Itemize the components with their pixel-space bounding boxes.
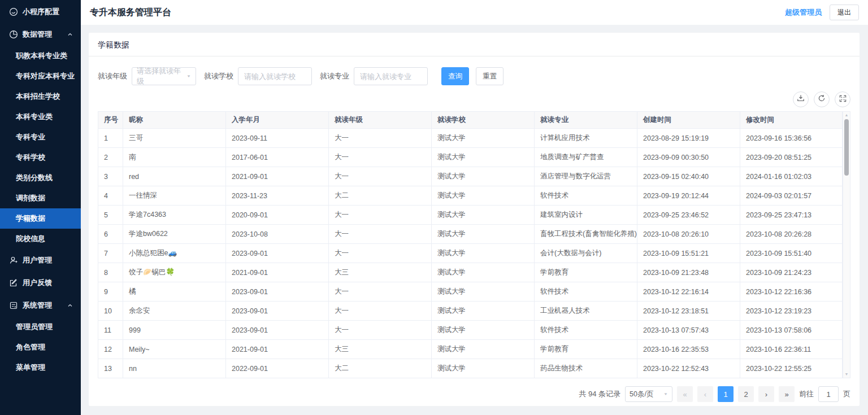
sidebar-item-undergrad-major-category[interactable]: 本科专业类: [0, 107, 81, 127]
scroll-down-icon[interactable]: ▼: [843, 372, 850, 377]
topbar: 专升本服务管理平台 超级管理员 退出: [81, 0, 868, 25]
cell-enroll-date: 2023-09-11: [226, 129, 329, 148]
cell-grade: 大一: [329, 282, 432, 302]
cell-school: 测试大学: [432, 148, 535, 167]
cell-nickname: 饺子🥟锅巴🍀: [123, 263, 226, 282]
sidebar-item-label: 本科招生学校: [16, 91, 60, 102]
prev-page-button[interactable]: ‹: [697, 386, 713, 402]
last-page-button[interactable]: »: [779, 386, 795, 402]
cell-enroll-date: 2023-09-01: [226, 244, 329, 263]
school-label: 就读学校: [204, 71, 233, 81]
sidebar-item-college-major[interactable]: 专科专业: [0, 127, 81, 147]
cell-index: 5: [98, 206, 123, 225]
column-header-created-at: 创建时间: [637, 112, 740, 129]
cell-major: 计算机应用技术: [535, 129, 637, 148]
sidebar-item-vocational-undergrad-major-category[interactable]: 职教本科专业类: [0, 46, 81, 66]
sidebar-item-label: 小程序配置: [23, 7, 59, 17]
cell-enroll-date: 2020-09-01: [226, 206, 329, 225]
reset-button[interactable]: 重置: [476, 67, 504, 85]
cell-updated-at: 2023-09-25 23:47:13: [740, 206, 843, 225]
student-table: 序号昵称入学年月就读年级就读学校就读专业创建时间修改时间 1三哥2023-09-…: [98, 111, 843, 378]
sidebar-item-role-management[interactable]: 角色管理: [0, 337, 81, 357]
next-page-button[interactable]: ›: [758, 386, 774, 402]
cell-major: 工业机器人技术: [535, 302, 637, 321]
cell-major: 软件技术: [535, 321, 637, 340]
sidebar-item-college-school[interactable]: 专科学校: [0, 147, 81, 168]
cell-index: 6: [98, 225, 123, 244]
cell-school: 测试大学: [432, 244, 535, 263]
cell-grade: 大一: [329, 302, 432, 321]
table-toolbar: [98, 91, 850, 107]
sidebar-item-system-management[interactable]: 系统管理: [0, 294, 81, 317]
cell-grade: 大一: [329, 206, 432, 225]
scroll-up-icon[interactable]: ▲: [843, 112, 850, 118]
cell-created-at: 2023-09-09 00:30:50: [637, 148, 740, 167]
cell-nickname: 橘: [123, 282, 226, 302]
sidebar-item-user-management[interactable]: 用户管理: [0, 249, 81, 272]
sidebar-item-user-feedback[interactable]: 用户反馈: [0, 272, 81, 294]
cell-major: 学前教育: [535, 340, 637, 359]
cell-enroll-date: 2023-09-01: [226, 302, 329, 321]
fullscreen-button[interactable]: [835, 91, 850, 107]
table-row: 12Meily~2021-09-01大三测试大学学前教育2023-10-16 2…: [98, 340, 843, 359]
search-button[interactable]: 查询: [441, 67, 469, 85]
cell-index: 1: [98, 129, 123, 148]
sidebar-item-undergrad-admission-school[interactable]: 本科招生学校: [0, 86, 81, 107]
page-number-button[interactable]: 1: [718, 386, 734, 402]
goto-label: 前往: [799, 389, 814, 399]
page-size-select[interactable]: 50条/页 ▼: [625, 386, 672, 402]
cell-created-at: 2023-09-25 23:46:52: [637, 206, 740, 225]
sidebar-item-label: 专科对应本科专业: [16, 71, 75, 81]
grade-select[interactable]: 请选择就读年级 ▼: [132, 67, 196, 85]
cell-index: 9: [98, 282, 123, 302]
system-icon: [9, 301, 18, 310]
cell-nickname: nn: [123, 359, 226, 378]
cell-updated-at: 2023-09-20 08:51:25: [740, 148, 843, 167]
sidebar-item-category-score-line[interactable]: 类别分数线: [0, 168, 81, 188]
major-input[interactable]: [354, 67, 428, 85]
sidebar-item-institution-info[interactable]: 院校信息: [0, 229, 81, 249]
cell-enroll-date: 2023-09-01: [226, 282, 329, 302]
user-role-link[interactable]: 超级管理员: [785, 7, 822, 18]
cell-major: 软件技术: [535, 282, 637, 302]
cell-updated-at: 2023-10-16 22:36:11: [740, 340, 843, 359]
cell-major: 地质调查与矿产普查: [535, 148, 637, 167]
sidebar-item-college-to-undergrad-major[interactable]: 专科对应本科专业: [0, 66, 81, 86]
cell-grade: 大一: [329, 148, 432, 167]
cell-index: 10: [98, 302, 123, 321]
column-header-nickname: 昵称: [123, 112, 226, 129]
sidebar-item-label: 类别分数线: [16, 173, 53, 183]
cell-nickname: 学途bw0622: [123, 225, 226, 244]
cell-school: 测试大学: [432, 206, 535, 225]
sidebar-item-label: 学籍数据: [16, 213, 45, 224]
cell-index: 7: [98, 244, 123, 263]
first-page-button[interactable]: «: [677, 386, 693, 402]
cell-nickname: 一往情深: [123, 186, 226, 206]
table-row: 13nn2022-09-01大二测试大学药品生物技术2023-10-22 12:…: [98, 359, 843, 378]
goto-page-input[interactable]: [818, 386, 839, 402]
sidebar-item-menu-management[interactable]: 菜单管理: [0, 357, 81, 378]
grade-label: 就读年级: [98, 71, 127, 81]
sidebar-item-admin-management[interactable]: 管理员管理: [0, 317, 81, 337]
sidebar-item-label: 专科专业: [16, 132, 45, 142]
sidebar-item-data-management[interactable]: 数据管理: [0, 23, 81, 46]
column-header-enroll-date: 入学年月: [226, 112, 329, 129]
sidebar-item-miniprogram-config[interactable]: 小程序配置: [0, 1, 81, 23]
sidebar-item-student-status-data[interactable]: 学籍数据: [0, 208, 81, 229]
download-button[interactable]: [793, 91, 809, 107]
school-input[interactable]: [238, 67, 312, 85]
logout-button[interactable]: 退出: [830, 5, 859, 20]
cell-updated-at: 2023-09-16 15:36:56: [740, 129, 843, 148]
column-header-index: 序号: [98, 112, 123, 129]
sidebar-item-label: 用户反馈: [23, 278, 52, 288]
refresh-button[interactable]: [814, 91, 830, 107]
cell-nickname: 学途7c4363: [123, 206, 226, 225]
table-row: 9橘2023-09-01大一测试大学软件技术2023-10-12 22:16:1…: [98, 282, 843, 302]
cell-enroll-date: 2023-11-23: [226, 186, 329, 206]
main-content: 学籍数据 就读年级 请选择就读年级 ▼ 就读学校 就读专业 查询 重置: [81, 25, 868, 415]
sidebar-item-adjustment-data[interactable]: 调剂数据: [0, 188, 81, 208]
page-number-button[interactable]: 2: [738, 386, 754, 402]
scrollbar-thumb[interactable]: [844, 119, 849, 176]
cell-school: 测试大学: [432, 225, 535, 244]
table-scrollbar[interactable]: ▲ ▼: [843, 111, 850, 378]
